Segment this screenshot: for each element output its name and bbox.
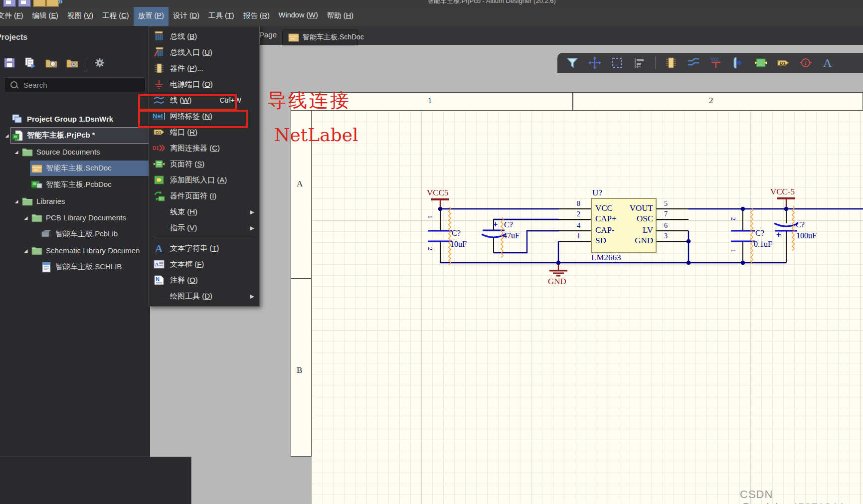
tree-item[interactable]: ◢Libraries (0, 193, 150, 209)
place-menu-item[interactable]: 器件 (P)... (149, 60, 259, 76)
menu-e[interactable]: 编辑 (E) (28, 7, 63, 26)
place-part-icon[interactable] (664, 56, 678, 70)
svg-text:A: A (155, 261, 159, 267)
schlib-icon (39, 261, 53, 273)
menu-p[interactable]: 放置 (P) (134, 7, 169, 26)
menu-f[interactable]: 文件 (F) (0, 7, 28, 26)
place-menu-item-label: 添加图纸入口 (A) (170, 175, 256, 185)
tree-item[interactable]: ◢Source Documents (0, 144, 150, 160)
menu-c[interactable]: 工程 (C) (98, 7, 133, 26)
tree-item-label: 智能车主板.SCHLIB (55, 262, 122, 272)
svg-text:D1: D1 (780, 61, 786, 66)
place-menu-item[interactable]: 绘图工具 (D)▶ (149, 288, 259, 304)
place-menu-item-label: 线束 (H) (170, 207, 250, 217)
search-input[interactable] (22, 80, 134, 90)
no-erc-icon[interactable]: i (799, 56, 813, 70)
tree-item-body[interactable]: 智能车主板.SCHLIB (39, 259, 150, 275)
tree-item-body[interactable]: 智能车主板.PcbDoc (30, 177, 150, 192)
save-icon[interactable] (3, 0, 16, 7)
arrows-icon[interactable]: » (58, 0, 69, 6)
menu-h[interactable]: 帮助 (H) (323, 7, 358, 26)
place-menu-item[interactable]: 总线入口 (U) (149, 44, 259, 60)
tree-item[interactable]: ◢Schematic Library Documen (0, 242, 150, 259)
tree-item-body[interactable]: 智能车主板.SchDoc (30, 161, 150, 176)
schematic-sheet[interactable] (312, 111, 863, 504)
toolbar-separator (655, 56, 656, 69)
menu-d[interactable]: 设计 (D) (169, 7, 204, 26)
tree-item-label: 智能车主板.SchDoc (46, 164, 112, 173)
place-menu-item[interactable]: 页面符 (S) (149, 156, 259, 172)
expand-arrow-icon[interactable]: ◢ (22, 248, 30, 253)
place-menu-item[interactable]: 指示 (V)▶ (149, 220, 259, 236)
copy-documents-icon[interactable] (23, 56, 38, 70)
place-menu-item-label: 文本字符串 (T) (170, 244, 256, 253)
tree-item[interactable]: ◢智能车主板.PrjPcb * (0, 127, 150, 144)
place-text-icon[interactable]: A (821, 56, 835, 70)
active-bar-toolbar: VccD1iA (557, 53, 863, 73)
filter-icon[interactable] (565, 56, 579, 70)
tree-item[interactable]: ◢智能车主板.PcbLib (0, 226, 150, 242)
place-menu-item[interactable]: D1离图连接器 (C) (149, 140, 259, 156)
schdoc-icon (30, 163, 44, 174)
ruler-divider (291, 278, 311, 279)
tab-home-page[interactable]: Page (259, 30, 277, 39)
tab-schdoc[interactable]: 智能车主板.SchDoc (282, 29, 358, 45)
open-folder-settings-icon[interactable] (65, 56, 80, 70)
tree-item[interactable]: ◢智能车主板.PcbDoc (0, 176, 150, 193)
open-icon[interactable] (33, 0, 46, 7)
place-menu-item[interactable]: A文本框 (F) (149, 256, 259, 272)
place-menu-item[interactable]: 线束 (H)▶ (149, 204, 259, 220)
menu-windoww[interactable]: Window (W) (274, 7, 323, 26)
tree-item-label: Project Group 1.DsnWrk (27, 115, 113, 123)
place-wire-icon[interactable] (687, 56, 700, 70)
tree-item[interactable]: ◢智能车主板.SCHLIB (0, 259, 150, 275)
tree-item-body[interactable]: Source Documents (20, 144, 150, 160)
place-menu-item[interactable]: 器件页面符 (I) (149, 188, 259, 204)
projects-panel-toolbar (2, 52, 107, 74)
tree-item-body[interactable]: Schematic Library Documen (30, 243, 150, 258)
save-all-icon[interactable] (18, 0, 31, 7)
expand-arrow-icon[interactable]: ◢ (22, 215, 30, 220)
submenu-arrow-icon: ▶ (250, 293, 254, 300)
settings-gear-icon[interactable] (92, 56, 107, 70)
svg-text:N: N (156, 276, 160, 282)
tree-item-body[interactable]: 智能车主板.PcbLib (39, 226, 150, 242)
expand-arrow-icon[interactable]: ◢ (12, 150, 20, 155)
place-menu-item[interactable]: 添加图纸入口 (A) (149, 172, 259, 188)
tree-item-body[interactable]: PCB Library Documents (30, 210, 150, 225)
place-sheet-symbol-icon[interactable] (754, 56, 768, 70)
place-menu-item[interactable]: A文本字符串 (T) (149, 240, 259, 256)
place-menu-item[interactable]: 电源端口 (O) (149, 76, 259, 92)
annotation-netlabel-text: NetLabel (274, 125, 358, 145)
menu-t[interactable]: 工具 (T) (204, 7, 239, 26)
save-icon[interactable] (2, 56, 17, 70)
menu-r[interactable]: 报告 (R) (239, 7, 274, 26)
tree-item[interactable]: ◢Project Group 1.DsnWrk (0, 111, 150, 127)
move-icon[interactable] (588, 56, 602, 70)
place-menu-item-label: 页面符 (S) (170, 160, 256, 169)
expand-arrow-icon[interactable]: ◢ (12, 199, 20, 204)
open-project-icon[interactable] (46, 0, 59, 7)
place-menu-item[interactable]: 总线 (B) (149, 28, 259, 44)
search-box (4, 77, 146, 92)
place-port-icon[interactable]: D1 (776, 56, 790, 70)
menu-v[interactable]: 视图 (V) (63, 7, 98, 26)
open-folder-search-icon[interactable] (44, 56, 59, 70)
doc-tab-label: 智能车主板.SchDoc (303, 33, 364, 42)
menu-separator (154, 238, 254, 238)
tree-item[interactable]: ◢PCB Library Documents (0, 209, 150, 226)
place-menu-dropdown: 总线 (B)总线入口 (U)器件 (P)...电源端口 (O)线 (W)Ctrl… (149, 26, 260, 307)
menu-bar: 文件 (F)编辑 (E)视图 (V)工程 (C)放置 (P)设计 (D)工具 (… (0, 7, 863, 26)
select-area-icon[interactable] (610, 56, 624, 70)
tree-item[interactable]: ◢智能车主板.SchDoc (0, 160, 150, 176)
place-harness-icon[interactable] (731, 56, 745, 70)
project-tree: ◢Project Group 1.DsnWrk◢智能车主板.PrjPcb *◢S… (0, 111, 150, 275)
place-power-port-icon[interactable]: Vcc (709, 56, 723, 70)
tree-item-body[interactable]: 智能车主板.PrjPcb * (11, 128, 150, 143)
expand-arrow-icon[interactable]: ◢ (3, 133, 11, 138)
part-icon (152, 62, 166, 74)
place-menu-item[interactable]: N注释 (O) (149, 272, 259, 288)
tree-item-body[interactable]: Libraries (20, 193, 150, 209)
tree-item-body[interactable]: Project Group 1.DsnWrk (11, 111, 150, 127)
align-icon[interactable] (633, 56, 647, 70)
